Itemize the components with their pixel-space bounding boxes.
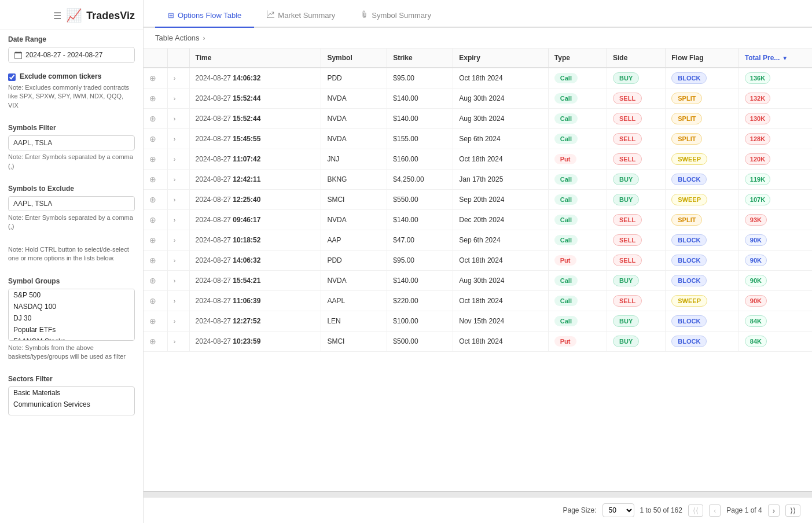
cell-strike: $140.00 bbox=[387, 271, 453, 291]
target-icon[interactable]: ⊕ bbox=[149, 235, 156, 245]
expand-btn[interactable]: › bbox=[174, 75, 176, 82]
table-actions-label[interactable]: Table Actions bbox=[155, 34, 200, 42]
cell-type: Call bbox=[548, 230, 607, 251]
target-icon[interactable]: ⊕ bbox=[149, 337, 156, 346]
cell-total-pre: 120K bbox=[738, 149, 812, 170]
sectors-list[interactable]: Basic Materials Communication Services bbox=[8, 386, 135, 415]
cell-flow-flag: BLOCK bbox=[666, 230, 739, 251]
expand-btn[interactable]: › bbox=[174, 196, 176, 203]
cell-type: Put bbox=[548, 149, 607, 170]
tab-options-flow[interactable]: ⊞ Options Flow Table bbox=[155, 1, 254, 28]
cell-expand: › bbox=[167, 190, 189, 210]
col-header-expiry[interactable]: Expiry bbox=[453, 49, 549, 68]
cell-target: ⊕ bbox=[144, 291, 167, 311]
target-icon[interactable]: ⊕ bbox=[149, 296, 156, 305]
page-last-button[interactable]: ⟩⟩ bbox=[785, 504, 800, 517]
target-icon[interactable]: ⊕ bbox=[149, 276, 156, 285]
tab-symbol-summary[interactable]: Symbol Summary bbox=[348, 0, 444, 28]
cell-expand: › bbox=[167, 170, 189, 190]
page-first-button[interactable]: ⟨⟨ bbox=[688, 504, 703, 517]
col-header-symbol[interactable]: Symbol bbox=[321, 49, 387, 68]
group-item-faangm[interactable]: FAANGM Stocks bbox=[9, 336, 134, 341]
symbols-exclude-input[interactable] bbox=[8, 196, 135, 211]
group-item-sp500[interactable]: S&P 500 bbox=[9, 289, 134, 301]
target-icon[interactable]: ⊕ bbox=[149, 134, 156, 143]
symbol-groups-list[interactable]: S&P 500 NASDAQ 100 DJ 30 Popular ETFs FA… bbox=[8, 289, 135, 341]
sector-item-basic-materials[interactable]: Basic Materials bbox=[9, 387, 134, 399]
cell-expiry: Aug 30th 2024 bbox=[453, 271, 549, 291]
cell-type: Call bbox=[548, 170, 607, 190]
target-icon[interactable]: ⊕ bbox=[149, 114, 156, 123]
cell-time: 2024-08-27 12:25:40 bbox=[189, 190, 321, 210]
target-icon[interactable]: ⊕ bbox=[149, 175, 156, 184]
cell-expiry: Dec 20th 2024 bbox=[453, 210, 549, 230]
target-icon[interactable]: ⊕ bbox=[149, 215, 156, 224]
cell-expand: › bbox=[167, 210, 189, 230]
cell-expiry: Nov 15th 2024 bbox=[453, 311, 549, 332]
table-row: ⊕ › 2024-08-27 10:18:52 AAP $47.00 Sep 6… bbox=[144, 230, 812, 251]
cell-side: BUY bbox=[607, 68, 666, 89]
cell-target: ⊕ bbox=[144, 190, 167, 210]
group-item-etfs[interactable]: Popular ETFs bbox=[9, 324, 134, 336]
col-header-strike[interactable]: Strike bbox=[387, 49, 453, 68]
col-header-flow-flag[interactable]: Flow Flag bbox=[666, 49, 739, 68]
target-icon[interactable]: ⊕ bbox=[149, 94, 156, 103]
cell-side: SELL bbox=[607, 149, 666, 170]
target-icon[interactable]: ⊕ bbox=[149, 154, 156, 164]
expand-btn[interactable]: › bbox=[174, 176, 176, 183]
cell-flow-flag: SPLIT bbox=[666, 210, 739, 230]
cell-expand: › bbox=[167, 291, 189, 311]
page-size-select[interactable]: 10 25 50 100 bbox=[602, 503, 634, 517]
target-icon[interactable]: ⊕ bbox=[149, 195, 156, 204]
symbols-filter-input[interactable] bbox=[8, 135, 135, 150]
col-header-side[interactable]: Side bbox=[607, 49, 666, 68]
target-icon[interactable]: ⊕ bbox=[149, 316, 156, 326]
col-header-total-pre[interactable]: Total Pre...▼ bbox=[738, 49, 812, 68]
symbol-summary-icon bbox=[361, 10, 368, 20]
cell-type: Call bbox=[548, 190, 607, 210]
cell-side: SELL bbox=[607, 109, 666, 129]
pagination-page: Page 1 of 4 bbox=[726, 506, 762, 514]
cell-expiry: Sep 20th 2024 bbox=[453, 190, 549, 210]
page-prev-button[interactable]: ‹ bbox=[709, 504, 721, 517]
cell-total-pre: 119K bbox=[738, 170, 812, 190]
table-scroll[interactable]: Time Symbol Strike Expiry Type Side Flow… bbox=[144, 49, 812, 491]
exclude-tickers-checkbox[interactable] bbox=[8, 73, 16, 81]
expand-btn[interactable]: › bbox=[174, 338, 176, 345]
controls-icon[interactable]: ☰ bbox=[53, 10, 61, 21]
cell-expiry: Jan 17th 2025 bbox=[453, 170, 549, 190]
expand-btn[interactable]: › bbox=[174, 237, 176, 244]
tab-market-summary[interactable]: Market Summary bbox=[254, 0, 348, 28]
cell-target: ⊕ bbox=[144, 210, 167, 230]
expand-btn[interactable]: › bbox=[174, 216, 176, 223]
expand-btn[interactable]: › bbox=[174, 297, 176, 304]
table-row: ⊕ › 2024-08-27 15:52:44 NVDA $140.00 Aug… bbox=[144, 109, 812, 129]
cell-time: 2024-08-27 10:18:52 bbox=[189, 230, 321, 251]
expand-btn[interactable]: › bbox=[174, 135, 176, 142]
cell-target: ⊕ bbox=[144, 332, 167, 352]
bottom-scrollbar[interactable] bbox=[144, 491, 812, 497]
expand-btn[interactable]: › bbox=[174, 277, 176, 284]
expand-btn[interactable]: › bbox=[174, 318, 176, 325]
cell-expiry: Sep 6th 2024 bbox=[453, 129, 549, 149]
target-icon[interactable]: ⊕ bbox=[149, 73, 156, 83]
page-next-button[interactable]: › bbox=[768, 504, 780, 517]
target-icon[interactable]: ⊕ bbox=[149, 256, 156, 265]
table-actions-arrow[interactable]: › bbox=[203, 34, 205, 42]
cell-symbol: BKNG bbox=[321, 170, 387, 190]
group-item-dj30[interactable]: DJ 30 bbox=[9, 312, 134, 324]
group-item-nasdaq[interactable]: NASDAQ 100 bbox=[9, 301, 134, 312]
col-header-time[interactable]: Time bbox=[189, 49, 321, 68]
expand-btn[interactable]: › bbox=[174, 95, 176, 102]
table-row: ⊕ › 2024-08-27 12:42:11 BKNG $4,250.00 J… bbox=[144, 170, 812, 190]
symbols-exclude-note: Note: Enter Symbols separated by a comma… bbox=[8, 213, 135, 231]
expand-btn[interactable]: › bbox=[174, 156, 176, 163]
expand-btn[interactable]: › bbox=[174, 115, 176, 122]
sector-item-comm-services[interactable]: Communication Services bbox=[9, 399, 134, 410]
col-header-type[interactable]: Type bbox=[548, 49, 607, 68]
cell-type: Call bbox=[548, 291, 607, 311]
cell-side: BUY bbox=[607, 271, 666, 291]
expand-btn[interactable]: › bbox=[174, 257, 176, 264]
cell-strike: $95.00 bbox=[387, 251, 453, 271]
date-range-button[interactable]: 2024-08-27 - 2024-08-27 bbox=[8, 47, 135, 63]
